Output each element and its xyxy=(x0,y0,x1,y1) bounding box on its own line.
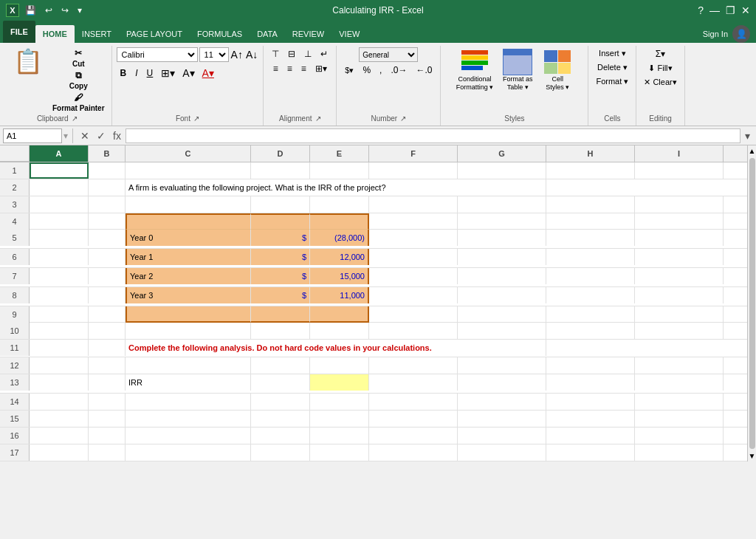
merge-btn[interactable]: ⊞▾ xyxy=(312,62,331,75)
cell-C14[interactable] xyxy=(126,394,251,410)
cell-I16[interactable] xyxy=(635,428,724,444)
decrease-decimal-btn[interactable]: ←.0 xyxy=(412,63,436,77)
font-name-select[interactable]: Calibri xyxy=(117,47,198,62)
cell-D15[interactable] xyxy=(251,411,310,427)
cell-F12[interactable] xyxy=(369,357,458,374)
cell-E17[interactable] xyxy=(310,444,369,461)
row-num-17[interactable]: 17 xyxy=(0,444,30,461)
cell-F9[interactable] xyxy=(369,306,458,323)
col-header-i[interactable]: I xyxy=(635,145,724,162)
align-right-btn[interactable]: ≡ xyxy=(298,62,310,75)
cell-E10[interactable] xyxy=(310,323,369,339)
cell-I8[interactable] xyxy=(635,287,724,303)
cell-I6[interactable] xyxy=(635,249,724,265)
cell-F17[interactable] xyxy=(369,444,458,461)
cell-A10[interactable] xyxy=(30,323,89,339)
cell-E9[interactable] xyxy=(310,306,369,323)
confirm-formula-btn[interactable]: ✓ xyxy=(94,130,109,142)
format-as-table-button[interactable]: Format asTable ▾ xyxy=(499,47,536,93)
cell-C8[interactable]: Year 3 xyxy=(126,287,251,303)
cell-C12[interactable] xyxy=(126,357,251,374)
format-painter-button[interactable]: 🖌 Format Painter xyxy=(50,92,107,113)
underline-button[interactable]: U xyxy=(143,66,157,80)
cell-A11[interactable] xyxy=(30,340,89,356)
cell-B9[interactable] xyxy=(89,306,126,323)
cell-F7[interactable] xyxy=(369,268,458,284)
align-middle-btn[interactable]: ⊟ xyxy=(284,47,299,61)
delete-cells-button[interactable]: Delete ▾ xyxy=(594,61,630,74)
col-header-f[interactable]: F xyxy=(369,145,458,162)
cell-C16[interactable] xyxy=(126,428,251,444)
cell-E14[interactable] xyxy=(310,394,369,410)
cell-I13[interactable] xyxy=(635,374,724,391)
col-header-a[interactable]: A xyxy=(30,145,89,162)
col-header-c[interactable]: C xyxy=(126,145,251,162)
cell-D13[interactable] xyxy=(251,374,310,391)
cell-H12[interactable] xyxy=(546,357,635,374)
cell-H7[interactable] xyxy=(546,268,635,284)
scroll-down-btn[interactable]: ▼ xyxy=(747,450,756,461)
tab-page-layout[interactable]: PAGE LAYOUT xyxy=(119,25,190,43)
cell-I7[interactable] xyxy=(635,268,724,284)
row-num-5[interactable]: 5 xyxy=(0,230,30,246)
name-box-arrow[interactable]: ▾ xyxy=(63,131,68,141)
cell-H15[interactable] xyxy=(546,411,635,427)
cell-H1[interactable] xyxy=(546,162,635,179)
cell-styles-button[interactable]: CellStyles ▾ xyxy=(539,47,576,93)
cell-B7[interactable] xyxy=(89,268,126,284)
italic-button[interactable]: I xyxy=(131,66,141,80)
align-center-btn[interactable]: ≡ xyxy=(284,62,296,75)
help-btn[interactable]: ? xyxy=(698,4,704,16)
cell-B2[interactable] xyxy=(89,179,126,196)
row-num-3[interactable]: 3 xyxy=(0,196,30,213)
cell-F3[interactable] xyxy=(369,196,458,213)
col-header-e[interactable]: E xyxy=(310,145,369,162)
save-qat-btn[interactable]: 💾 xyxy=(22,4,39,17)
cell-H3[interactable] xyxy=(546,196,635,213)
tab-review[interactable]: REVIEW xyxy=(285,25,331,43)
cell-G12[interactable] xyxy=(458,357,546,374)
cell-E8[interactable]: 11,000 xyxy=(310,287,369,303)
cell-B8[interactable] xyxy=(89,287,126,303)
row-num-13[interactable]: 13 xyxy=(0,374,30,391)
tab-formulas[interactable]: FORMULAS xyxy=(190,25,250,43)
col-header-b[interactable]: B xyxy=(89,145,126,162)
align-left-btn[interactable]: ≡ xyxy=(269,62,282,75)
col-header-d[interactable]: D xyxy=(251,145,310,162)
cell-A13[interactable] xyxy=(30,374,89,391)
align-bottom-btn[interactable]: ⊥ xyxy=(300,47,315,61)
cell-F5[interactable] xyxy=(369,230,458,246)
tab-insert[interactable]: INSERT xyxy=(75,25,119,43)
row-num-14[interactable]: 14 xyxy=(0,394,30,410)
row-num-7[interactable]: 7 xyxy=(0,268,30,284)
redo-qat-btn[interactable]: ↪ xyxy=(58,4,72,17)
cell-C2-merged[interactable]: A firm is evaluating the following proje… xyxy=(126,179,546,196)
cell-H6[interactable] xyxy=(546,249,635,265)
undo-qat-btn[interactable]: ↩ xyxy=(42,4,55,17)
row-num-1[interactable]: 1 xyxy=(0,162,30,179)
cancel-formula-btn[interactable]: ✕ xyxy=(78,130,92,142)
conditional-formatting-button[interactable]: ConditionalFormatting ▾ xyxy=(453,47,497,93)
cell-D1[interactable] xyxy=(251,162,310,179)
cell-I4[interactable] xyxy=(635,213,724,230)
cell-I14[interactable] xyxy=(635,394,724,410)
qat-more-btn[interactable]: ▾ xyxy=(75,4,85,17)
cell-C6[interactable]: Year 1 xyxy=(126,249,251,265)
cell-I12[interactable] xyxy=(635,357,724,374)
increase-decimal-btn[interactable]: .0→ xyxy=(387,63,410,77)
row-num-9[interactable]: 9 xyxy=(0,306,30,323)
number-format-select[interactable]: General xyxy=(359,47,418,62)
scroll-up-btn[interactable]: ▲ xyxy=(747,145,756,157)
cell-F13[interactable] xyxy=(369,374,458,391)
cell-A15[interactable] xyxy=(30,411,89,427)
cell-C15[interactable] xyxy=(126,411,251,427)
row-num-4[interactable]: 4 xyxy=(0,213,30,230)
row-num-16[interactable]: 16 xyxy=(0,428,30,444)
cell-G1[interactable] xyxy=(458,162,546,179)
paste-button[interactable]: 📋 xyxy=(7,47,49,75)
cell-B3[interactable] xyxy=(89,196,126,213)
cut-button[interactable]: ✂ Cut xyxy=(50,47,107,69)
col-header-h[interactable]: H xyxy=(546,145,635,162)
restore-btn[interactable]: ❐ xyxy=(726,4,735,16)
cell-F15[interactable] xyxy=(369,411,458,427)
